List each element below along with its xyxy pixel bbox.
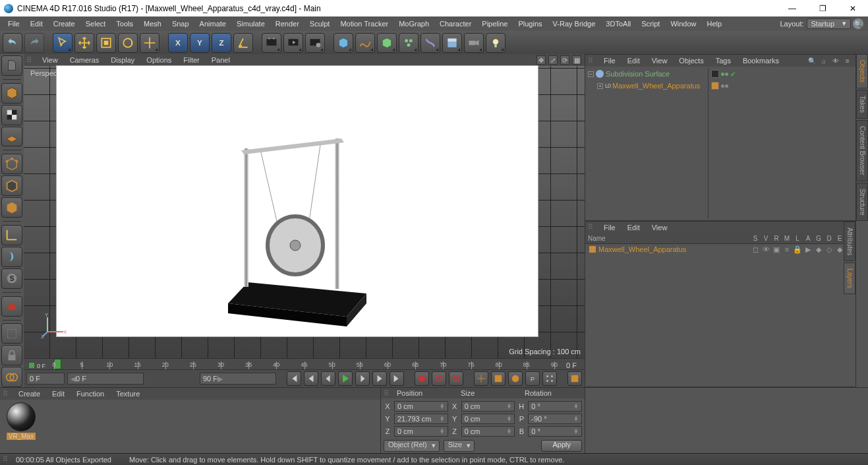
axis-z-toggle[interactable]: Z	[212, 33, 231, 53]
layer-anim-toggle[interactable]: ▶	[803, 245, 813, 254]
timeline-current-frame-field[interactable]: 0 F	[26, 373, 65, 385]
rotate-tool[interactable]	[118, 33, 138, 53]
key-param-toggle[interactable]: P	[525, 371, 540, 386]
layer-view-toggle[interactable]: 👁	[761, 245, 771, 253]
viewport-move-icon[interactable]: ✥	[536, 55, 546, 65]
menu-3dtoall[interactable]: 3DToAll	[600, 16, 636, 31]
menu-edit[interactable]: Edit	[622, 222, 645, 233]
snap-enable-button[interactable]: S	[1, 268, 22, 289]
menu-file[interactable]: File	[598, 55, 621, 67]
home-icon[interactable]: ⌂	[819, 56, 828, 65]
prev-key-button[interactable]	[304, 371, 318, 386]
search-commands-icon[interactable]: 🔍	[853, 18, 863, 29]
layer-color-swatch[interactable]	[589, 246, 596, 253]
keyframe-selection-button[interactable]: ?	[449, 371, 463, 386]
menu-tools[interactable]: Tools	[111, 16, 138, 31]
live-selection-tool[interactable]	[53, 33, 72, 53]
layer-manager-toggle[interactable]: ≡	[782, 245, 792, 253]
enable-axis-button[interactable]	[1, 225, 22, 245]
side-tab-attributes[interactable]: Attributes	[844, 222, 855, 261]
menu-filter[interactable]: Filter	[178, 54, 204, 66]
last-tool[interactable]	[140, 33, 159, 53]
rot-b-field[interactable]: 0 °▲▼	[528, 426, 582, 437]
texture-mode-button[interactable]	[1, 105, 22, 125]
layer-render-toggle[interactable]: ▣	[771, 245, 782, 254]
tree-row-subdivision-surface[interactable]: − Subdivision Surface	[585, 68, 708, 80]
key-pos-toggle[interactable]	[474, 371, 488, 386]
tree-row-maxwell-wheel[interactable]: + L0 Maxwell_Wheel_Apparatus	[585, 80, 708, 92]
autokey-button[interactable]	[432, 371, 446, 386]
prev-frame-button[interactable]	[321, 371, 335, 386]
layer-row[interactable]: Maxwell_Wheel_Apparatus ◻ 👁 ▣ ≡ 🔒 ▶ ◆ ◇ …	[585, 244, 855, 255]
menu-panel[interactable]: Panel	[206, 54, 235, 66]
layer-gen-toggle[interactable]: ◆	[813, 245, 824, 254]
enable-checkmark-icon[interactable]: ✔	[730, 71, 736, 78]
goto-end-button[interactable]	[390, 371, 404, 386]
timeline-options-button[interactable]	[567, 371, 582, 386]
filter-icon[interactable]: ≡	[843, 56, 852, 65]
menu-character[interactable]: Character	[434, 16, 477, 31]
add-spline-button[interactable]	[355, 33, 375, 53]
menu-function[interactable]: Function	[71, 388, 109, 400]
material-item[interactable]: VR_Max	[3, 402, 40, 440]
next-frame-button[interactable]	[355, 371, 370, 386]
menu-script[interactable]: Script	[636, 16, 665, 31]
move-tool[interactable]	[74, 33, 94, 53]
model-mode-button[interactable]	[1, 83, 22, 104]
coords-apply-button[interactable]: Apply	[541, 440, 582, 452]
play-button[interactable]	[338, 371, 353, 386]
menu-mograph[interactable]: MoGraph	[393, 16, 434, 31]
menu-create[interactable]: Create	[13, 388, 45, 400]
point-mode-button[interactable]	[1, 154, 22, 174]
visibility-dots[interactable]	[721, 73, 728, 76]
menu-motion-tracker[interactable]: Motion Tracker	[335, 16, 393, 31]
add-deformer-button[interactable]	[420, 33, 440, 53]
menu-display[interactable]: Display	[105, 54, 140, 66]
viewport-rotate-icon[interactable]: ⟳	[560, 55, 569, 65]
pos-x-field[interactable]: 0 cm▲▼	[394, 401, 448, 412]
window-minimize-button[interactable]: —	[777, 0, 807, 16]
menu-pipeline[interactable]: Pipeline	[477, 16, 513, 31]
locked-workplane-icon[interactable]	[1, 345, 22, 365]
menu-plugins[interactable]: Plugins	[513, 16, 547, 31]
key-scale-toggle[interactable]	[491, 371, 506, 386]
layer-lock-toggle[interactable]: 🔒	[792, 245, 803, 254]
window-maximize-button[interactable]: ❐	[807, 0, 838, 16]
layout-select[interactable]: Startup	[807, 18, 851, 29]
menu-edit[interactable]: Edit	[622, 55, 645, 67]
goto-start-button[interactable]	[287, 371, 301, 386]
add-mograph-button[interactable]	[399, 33, 419, 53]
expand-toggle-icon[interactable]: −	[588, 71, 594, 77]
layer-def-toggle[interactable]: ◇	[824, 245, 834, 254]
poly-mode-button[interactable]	[1, 197, 22, 218]
add-camera-button[interactable]	[464, 33, 484, 53]
menu-select[interactable]: Select	[80, 16, 111, 31]
menu-view[interactable]: View	[647, 222, 673, 233]
scale-tool[interactable]	[96, 33, 116, 53]
key-pla-toggle[interactable]	[542, 371, 557, 386]
add-light-button[interactable]	[486, 33, 506, 53]
window-close-button[interactable]: ✕	[838, 0, 868, 16]
axis-x-toggle[interactable]: X	[168, 33, 188, 53]
size-y-field[interactable]: 0 cm▲▼	[461, 414, 515, 424]
menu-animate[interactable]: Animate	[194, 16, 231, 31]
menu-view[interactable]: View	[37, 54, 63, 66]
grip-icon[interactable]: ⠿	[3, 390, 12, 398]
menu-create[interactable]: Create	[48, 16, 80, 31]
search-icon[interactable]: 🔍	[807, 56, 817, 65]
menu-sculpt[interactable]: Sculpt	[304, 16, 335, 31]
menu-file[interactable]: File	[598, 222, 621, 233]
grip-icon[interactable]: ⠿	[384, 389, 393, 398]
xray-mode-button[interactable]	[1, 367, 22, 387]
expand-toggle-icon[interactable]: +	[597, 83, 603, 89]
menu-render[interactable]: Render	[270, 16, 304, 31]
grip-icon[interactable]: ⠿	[26, 56, 36, 65]
layer-tag-icon[interactable]	[711, 70, 719, 78]
size-z-field[interactable]: 0 cm▲▼	[461, 426, 515, 437]
layer-tag-icon[interactable]	[711, 82, 719, 90]
add-environment-button[interactable]	[442, 33, 462, 53]
side-tab-takes[interactable]: Takes	[856, 90, 868, 119]
menu-window[interactable]: Window	[665, 16, 701, 31]
rot-p-field[interactable]: -90 °▲▼	[528, 414, 582, 424]
menu-objects[interactable]: Objects	[674, 55, 709, 67]
